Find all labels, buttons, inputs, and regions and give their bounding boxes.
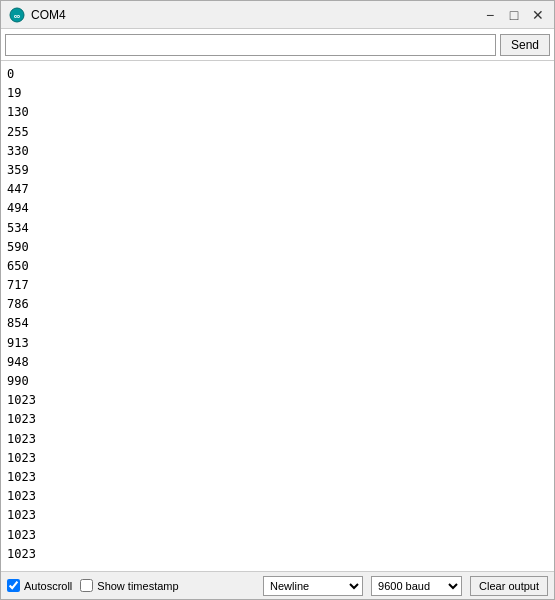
serial-line: 786 xyxy=(7,295,548,314)
serial-input[interactable] xyxy=(5,34,496,56)
serial-line: 1023 xyxy=(7,410,548,429)
serial-line: 0 xyxy=(7,65,548,84)
serial-line: 130 xyxy=(7,103,548,122)
serial-line: 590 xyxy=(7,238,548,257)
serial-line: 255 xyxy=(7,123,548,142)
serial-line: 913 xyxy=(7,334,548,353)
serial-line: 1023 xyxy=(7,487,548,506)
close-button[interactable]: ✕ xyxy=(530,7,546,23)
serial-line: 1023 xyxy=(7,526,548,545)
serial-line: 717 xyxy=(7,276,548,295)
serial-line: 1023 xyxy=(7,430,548,449)
title-bar-left: ∞ COM4 xyxy=(9,7,66,23)
minimize-button[interactable]: − xyxy=(482,7,498,23)
arduino-icon: ∞ xyxy=(9,7,25,23)
maximize-button[interactable]: □ xyxy=(506,7,522,23)
serial-line: 1023 xyxy=(7,545,548,564)
baud-dropdown[interactable]: 9600 baud 300 baud 1200 baud 2400 baud 4… xyxy=(371,576,462,596)
toolbar: Send xyxy=(1,29,554,61)
svg-text:∞: ∞ xyxy=(14,11,21,21)
serial-line: 1023 xyxy=(7,449,548,468)
serial-output[interactable]: 0191302553303594474945345906507177868549… xyxy=(1,61,554,571)
serial-line: 1023 xyxy=(7,391,548,410)
autoscroll-label[interactable]: Autoscroll xyxy=(24,580,72,592)
autoscroll-group: Autoscroll xyxy=(7,579,72,592)
serial-line: 494 xyxy=(7,199,548,218)
title-bar: ∞ COM4 − □ ✕ xyxy=(1,1,554,29)
serial-line: 854 xyxy=(7,314,548,333)
window-title: COM4 xyxy=(31,8,66,22)
status-bar: Autoscroll Show timestamp Newline No lin… xyxy=(1,571,554,599)
clear-output-button[interactable]: Clear output xyxy=(470,576,548,596)
serial-line: 359 xyxy=(7,161,548,180)
main-window: ∞ COM4 − □ ✕ Send 0191302553303594474945… xyxy=(0,0,555,600)
serial-line: 1023 xyxy=(7,468,548,487)
serial-line: 990 xyxy=(7,372,548,391)
title-bar-controls: − □ ✕ xyxy=(482,7,546,23)
timestamp-checkbox[interactable] xyxy=(80,579,93,592)
serial-line: 534 xyxy=(7,219,548,238)
serial-line: 948 xyxy=(7,353,548,372)
autoscroll-checkbox[interactable] xyxy=(7,579,20,592)
serial-line: 447 xyxy=(7,180,548,199)
serial-line: 19 xyxy=(7,84,548,103)
timestamp-group: Show timestamp xyxy=(80,579,178,592)
serial-line: 330 xyxy=(7,142,548,161)
serial-line: 650 xyxy=(7,257,548,276)
send-button[interactable]: Send xyxy=(500,34,550,56)
serial-line: 1023 xyxy=(7,506,548,525)
newline-dropdown[interactable]: Newline No line ending Carriage return B… xyxy=(263,576,363,596)
timestamp-label[interactable]: Show timestamp xyxy=(97,580,178,592)
